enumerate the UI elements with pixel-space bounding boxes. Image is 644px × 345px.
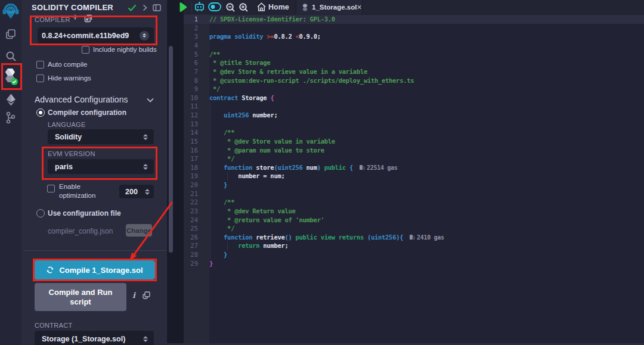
line-number: 18: [184, 163, 198, 172]
line-number: 29: [184, 259, 198, 268]
line-number: 26: [184, 233, 198, 242]
contract-select[interactable]: Storage (1_Storage.sol): [35, 331, 154, 345]
auto-compile-label[interactable]: Auto compile: [48, 61, 87, 68]
code-line[interactable]: 14 /**: [184, 128, 644, 137]
close-tab-icon[interactable]: ×: [357, 4, 361, 10]
run-script-icon[interactable]: [178, 2, 188, 13]
code-line[interactable]: 1// SPDX-License-Identifier: GPL-3.0: [184, 15, 644, 24]
optimization-runs-input[interactable]: 200: [119, 185, 154, 198]
code-line[interactable]: 22 /**: [184, 198, 644, 207]
compiler-configuration-radio[interactable]: [36, 108, 45, 117]
code-line[interactable]: 6 * @title Storage: [184, 58, 644, 67]
compile-success-icon: [128, 4, 137, 11]
code-line[interactable]: 29}: [184, 259, 644, 268]
use-configuration-file-label[interactable]: Use configuration file: [48, 209, 121, 217]
code-line[interactable]: 18 function store(uint256 num) public {: [184, 163, 644, 172]
gas-estimate: 2410 gas: [409, 234, 444, 241]
line-number: 1: [184, 15, 198, 24]
code-line[interactable]: 16 * @param num value to store: [184, 146, 644, 155]
copy-script-icon[interactable]: [143, 291, 150, 299]
file-tab-label: 1_Storage.sol: [312, 4, 357, 11]
language-label: LANGUAGE: [48, 121, 86, 128]
info-icon[interactable]: i: [132, 291, 135, 300]
code-line[interactable]: 15 * @dev Store value in variable: [184, 137, 644, 146]
gas-pump-icon: [359, 164, 364, 170]
use-configuration-file-radio[interactable]: [36, 209, 45, 217]
code-line[interactable]: 25 */: [184, 224, 644, 233]
toggle-icon[interactable]: [208, 2, 221, 11]
hide-warnings-label[interactable]: Hide warnings: [48, 74, 91, 82]
code-line[interactable]: 10contract Storage {: [184, 94, 644, 102]
code-line[interactable]: 4: [184, 41, 644, 50]
line-number: 21: [184, 189, 198, 198]
line-number: 28: [184, 250, 198, 259]
code-line[interactable]: 23 * @dev Return value: [184, 207, 644, 216]
code-line[interactable]: 2: [184, 24, 644, 33]
code-line[interactable]: 21: [184, 189, 644, 198]
code-line[interactable]: 11: [184, 102, 644, 111]
toolbar-separator: [191, 2, 192, 13]
code-line[interactable]: 8 * @custom:dev-run-script ./scripts/dep…: [184, 76, 644, 85]
home-tab[interactable]: Home: [268, 3, 289, 11]
code-editor[interactable]: 1// SPDX-License-Identifier: GPL-3.023pr…: [184, 14, 644, 345]
line-number: 8: [184, 76, 198, 85]
code-line[interactable]: 3pragma solidity >=0.8.2 <0.9.0;: [184, 32, 644, 41]
zoom-out-icon[interactable]: [225, 2, 236, 13]
ai-assistant-icon[interactable]: [193, 1, 206, 13]
language-select[interactable]: Solidity: [48, 129, 154, 144]
line-number: 17: [184, 154, 198, 163]
line-number: 15: [184, 137, 198, 146]
chevron-down-icon[interactable]: [147, 98, 154, 102]
include-nightly-label[interactable]: Include nightly builds: [93, 46, 157, 53]
config-file-name[interactable]: compiler_config.json: [48, 227, 113, 235]
line-number: 24: [184, 216, 198, 225]
code-line[interactable]: 5/**: [184, 50, 644, 59]
home-icon[interactable]: [256, 2, 267, 12]
line-number: 4: [184, 41, 198, 50]
git-icon[interactable]: [0, 111, 21, 125]
code-line[interactable]: 9 */: [184, 85, 644, 94]
advanced-configurations-header[interactable]: Advanced Configurations: [35, 95, 128, 104]
activity-bar: [0, 0, 21, 345]
line-number: 9: [184, 85, 198, 94]
file-explorer-icon[interactable]: [0, 28, 21, 40]
code-line[interactable]: 24 * @return value of 'number': [184, 216, 644, 225]
annotation-box-compiler-version: [30, 15, 157, 45]
code-line[interactable]: 20 }: [184, 181, 644, 189]
deploy-run-icon[interactable]: [0, 94, 21, 106]
toolbar-separator: [222, 2, 222, 13]
include-nightly-checkbox[interactable]: [82, 46, 89, 54]
line-number: 22: [184, 198, 198, 207]
line-number: 5: [184, 50, 198, 59]
annotation-box-compile-button: [33, 259, 157, 281]
indent-guide: [227, 172, 228, 181]
code-line[interactable]: 7 * @dev Store & retrieve value in a var…: [184, 67, 644, 76]
auto-compile-checkbox[interactable]: [36, 61, 44, 69]
code-line[interactable]: 19 number = num;: [184, 172, 644, 181]
chevron-right-icon[interactable]: [143, 4, 147, 11]
compiler-configuration-label[interactable]: Compiler configuration: [48, 108, 126, 117]
indent-guide: [227, 241, 228, 250]
contract-section-label: CONTRACT: [35, 322, 73, 329]
zoom-in-icon[interactable]: [239, 2, 249, 13]
line-number: 14: [184, 128, 198, 137]
code-line[interactable]: 17 */: [184, 154, 644, 163]
remix-logo-icon[interactable]: [0, 3, 21, 20]
hide-warnings-checkbox[interactable]: [36, 74, 44, 82]
enable-optimization-label[interactable]: Enable optimization: [59, 182, 113, 200]
line-number: 19: [184, 172, 198, 181]
line-number: 10: [184, 94, 198, 102]
code-line[interactable]: 27 return number;: [184, 241, 644, 250]
change-button[interactable]: Change: [126, 224, 152, 237]
code-line[interactable]: 12 uint256 number;: [184, 111, 644, 120]
main-area: Home 1_Storage.sol × 1// SPDX-License-Id…: [184, 0, 644, 345]
code-line[interactable]: 28 }: [184, 250, 644, 259]
search-icon[interactable]: [0, 51, 21, 62]
compile-and-run-button[interactable]: Compile and Run script: [35, 283, 126, 311]
enable-optimization-checkbox[interactable]: [47, 185, 55, 192]
code-line[interactable]: 13: [184, 120, 644, 129]
panel-scrollbar[interactable]: [169, 46, 173, 253]
annotation-box-evm-version: [42, 147, 157, 180]
file-tab[interactable]: 1_Storage.sol ×: [296, 0, 363, 14]
panel-layout-icon[interactable]: [153, 4, 161, 11]
